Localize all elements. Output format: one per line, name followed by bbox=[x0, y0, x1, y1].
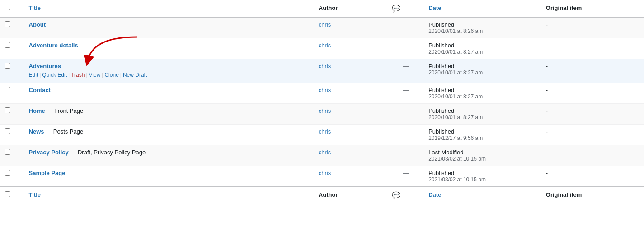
sep-5: | bbox=[120, 72, 122, 78]
row-date-cell: Published2020/10/01 at 8:26 am bbox=[424, 18, 541, 38]
table-row: Sample Pagechris—Published2021/03/02 at … bbox=[0, 166, 644, 187]
row-checkbox-cell bbox=[0, 125, 24, 145]
row-date-cell: Last Modified2021/03/02 at 10:15 pm bbox=[424, 145, 541, 166]
footer-date-header[interactable]: Date bbox=[424, 187, 541, 204]
footer-date-sort-link[interactable]: Date bbox=[428, 191, 441, 198]
date-value: 2020/10/01 at 8:27 am bbox=[428, 49, 537, 55]
date-value: 2019/12/17 at 9:56 am bbox=[428, 135, 537, 141]
date-column-header[interactable]: Date bbox=[424, 0, 541, 18]
row-title-cell: Adventure details bbox=[24, 38, 314, 59]
date-value: 2020/10/01 at 8:26 am bbox=[428, 28, 537, 34]
row-comments-cell: — bbox=[387, 38, 424, 59]
date-status: Published bbox=[428, 107, 537, 114]
author-link[interactable]: chris bbox=[319, 149, 331, 156]
row-checkbox[interactable] bbox=[5, 149, 10, 155]
row-date-cell: Published2020/10/01 at 8:27 am bbox=[424, 83, 541, 104]
page-title-link[interactable]: Adventure details bbox=[29, 42, 78, 49]
row-checkbox[interactable] bbox=[5, 128, 10, 134]
title-suffix: — Draft, Privacy Policy Page bbox=[69, 149, 146, 156]
page-title-link[interactable]: Sample Page bbox=[29, 170, 66, 176]
comment-count: — bbox=[403, 63, 409, 69]
new-draft-link[interactable]: New Draft bbox=[123, 72, 147, 78]
author-link[interactable]: chris bbox=[319, 42, 331, 49]
date-value: 2020/10/01 at 8:27 am bbox=[428, 114, 537, 120]
row-date-cell: Published2020/10/01 at 8:27 am bbox=[424, 59, 541, 83]
title-column-header[interactable]: Title bbox=[24, 0, 314, 18]
footer-title-sort-link[interactable]: Title bbox=[29, 191, 41, 198]
row-checkbox[interactable] bbox=[5, 170, 10, 176]
row-author-cell: chris bbox=[314, 104, 387, 125]
author-link[interactable]: chris bbox=[319, 170, 331, 176]
row-date-cell: Published2020/10/01 at 8:27 am bbox=[424, 104, 541, 125]
row-comments-cell: — bbox=[387, 59, 424, 83]
sep-1: | bbox=[39, 72, 41, 78]
row-checkbox[interactable] bbox=[5, 63, 10, 69]
date-status: Published bbox=[428, 170, 537, 176]
table-row: Aboutchris—Published2020/10/01 at 8:26 a… bbox=[0, 18, 644, 38]
sep-4: | bbox=[102, 72, 103, 78]
author-link[interactable]: chris bbox=[319, 128, 331, 135]
comment-count: — bbox=[403, 170, 409, 176]
footer-comments-header: 💬 bbox=[387, 187, 424, 204]
row-original-cell: - bbox=[541, 125, 644, 145]
footer-select-all-checkbox[interactable] bbox=[5, 191, 10, 197]
date-status: Published bbox=[428, 42, 537, 49]
author-link[interactable]: chris bbox=[319, 107, 331, 114]
view-link[interactable]: View bbox=[89, 72, 101, 78]
footer-original-header: Original item bbox=[541, 187, 644, 204]
date-value: 2021/03/02 at 10:15 pm bbox=[428, 176, 537, 183]
row-checkbox[interactable] bbox=[5, 42, 10, 48]
row-checkbox-cell bbox=[0, 145, 24, 166]
comment-count: — bbox=[403, 42, 409, 49]
row-author-cell: chris bbox=[314, 166, 387, 187]
row-author-cell: chris bbox=[314, 38, 387, 59]
page-title-link[interactable]: Contact bbox=[29, 87, 51, 93]
row-title-cell: Sample Page bbox=[24, 166, 314, 187]
row-comments-cell: — bbox=[387, 145, 424, 166]
page-title-link[interactable]: About bbox=[29, 21, 46, 28]
author-link[interactable]: chris bbox=[319, 87, 331, 93]
row-original-cell: - bbox=[541, 59, 644, 83]
row-title-cell: News — Posts Page bbox=[24, 125, 314, 145]
row-comments-cell: — bbox=[387, 166, 424, 187]
page-title-link[interactable]: News bbox=[29, 128, 44, 135]
row-author-cell: chris bbox=[314, 145, 387, 166]
date-status: Last Modified bbox=[428, 149, 537, 156]
page-title-link[interactable]: Home bbox=[29, 107, 45, 114]
row-checkbox-cell bbox=[0, 104, 24, 125]
select-all-checkbox[interactable] bbox=[5, 5, 10, 10]
row-actions: Edit|Quick Edit|Trash|View|Clone|New Dra… bbox=[29, 71, 310, 79]
row-checkbox[interactable] bbox=[5, 21, 10, 27]
page-title-link[interactable]: Adventures bbox=[29, 63, 61, 69]
row-checkbox[interactable] bbox=[5, 107, 10, 113]
date-value: 2020/10/01 at 8:27 am bbox=[428, 69, 537, 76]
clone-link[interactable]: Clone bbox=[104, 72, 118, 78]
author-column-header: Author bbox=[314, 0, 387, 18]
row-checkbox[interactable] bbox=[5, 87, 10, 92]
footer-title-header[interactable]: Title bbox=[24, 187, 314, 204]
date-status: Published bbox=[428, 128, 537, 135]
row-original-cell: - bbox=[541, 166, 644, 187]
sep-2: | bbox=[68, 72, 70, 78]
row-author-cell: chris bbox=[314, 83, 387, 104]
trash-link[interactable]: Trash bbox=[71, 72, 85, 78]
comment-count: — bbox=[403, 87, 409, 93]
author-link[interactable]: chris bbox=[319, 63, 331, 69]
title-suffix: — Front Page bbox=[45, 107, 84, 114]
edit-link[interactable]: Edit bbox=[29, 72, 38, 78]
quick-edit-link[interactable]: Quick Edit bbox=[42, 72, 67, 78]
title-sort-link[interactable]: Title bbox=[29, 5, 41, 11]
row-checkbox-cell bbox=[0, 83, 24, 104]
date-sort-link[interactable]: Date bbox=[428, 5, 441, 11]
table-row: Contactchris—Published2020/10/01 at 8:27… bbox=[0, 83, 644, 104]
page-title-link[interactable]: Privacy Policy bbox=[29, 149, 69, 156]
comment-count: — bbox=[403, 107, 409, 114]
row-checkbox-cell bbox=[0, 59, 24, 83]
author-link[interactable]: chris bbox=[319, 21, 331, 28]
original-column-header: Original item bbox=[541, 0, 644, 18]
row-title-cell: Contact bbox=[24, 83, 314, 104]
table-row: Home — Front Pagechris—Published2020/10/… bbox=[0, 104, 644, 125]
row-comments-cell: — bbox=[387, 18, 424, 38]
sep-3: | bbox=[86, 72, 87, 78]
footer-author-header: Author bbox=[314, 187, 387, 204]
